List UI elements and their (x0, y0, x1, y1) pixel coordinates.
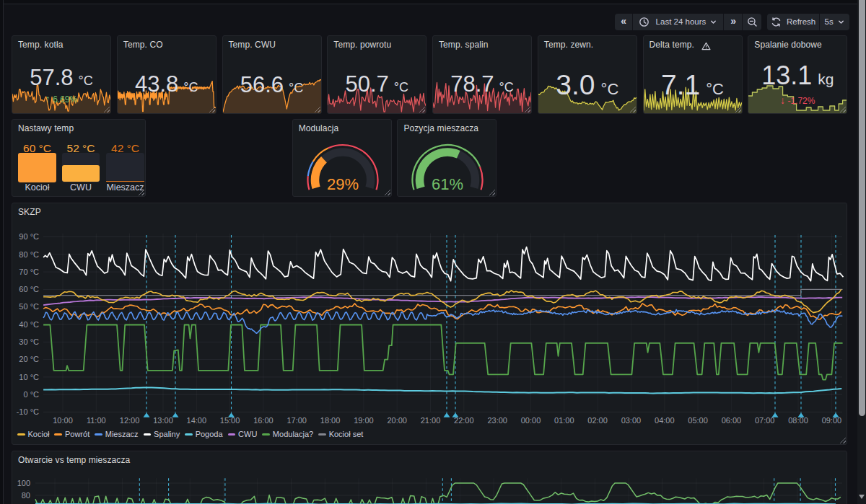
svg-text:06:00: 06:00 (722, 416, 742, 425)
svg-text:0 °C: 0 °C (23, 390, 39, 399)
svg-text:20 °C: 20 °C (19, 355, 39, 363)
svg-text:07:00: 07:00 (755, 416, 775, 425)
svg-text:90 °C: 90 °C (19, 232, 39, 241)
svg-text:30 °C: 30 °C (19, 337, 39, 346)
svg-text:61%: 61% (432, 175, 463, 193)
svg-text:05:00: 05:00 (688, 416, 708, 425)
svg-text:50 °C: 50 °C (19, 302, 39, 311)
svg-text:00:00: 00:00 (521, 416, 541, 425)
svg-text:19:00: 19:00 (354, 416, 374, 425)
svg-text:03:00: 03:00 (621, 416, 642, 425)
svg-text:17:00: 17:00 (287, 416, 307, 425)
svg-text:60 °C: 60 °C (19, 285, 39, 293)
svg-text:40 °C: 40 °C (19, 320, 39, 329)
svg-text:100: 100 (17, 479, 30, 487)
svg-text:29%: 29% (327, 175, 359, 193)
svg-text:14:00: 14:00 (187, 416, 207, 425)
svg-text:23:00: 23:00 (487, 416, 507, 425)
svg-text:16:00: 16:00 (253, 416, 274, 425)
svg-text:12:00: 12:00 (120, 416, 140, 425)
svg-text:-10 °C: -10 °C (17, 407, 39, 416)
svg-text:02:00: 02:00 (587, 416, 608, 425)
svg-text:01:00: 01:00 (554, 416, 574, 425)
svg-text:10:00: 10:00 (53, 416, 73, 425)
svg-text:10 °C: 10 °C (19, 373, 39, 381)
svg-text:18:00: 18:00 (320, 416, 341, 425)
svg-text:70 °C: 70 °C (19, 268, 39, 276)
svg-text:11:00: 11:00 (87, 416, 106, 425)
svg-text:80 °C: 80 °C (19, 250, 39, 259)
svg-text:20:00: 20:00 (387, 416, 407, 425)
svg-text:21:00: 21:00 (421, 416, 441, 425)
svg-text:80: 80 (22, 491, 30, 500)
svg-text:04:00: 04:00 (655, 416, 675, 425)
svg-text:13:00: 13:00 (153, 416, 173, 425)
